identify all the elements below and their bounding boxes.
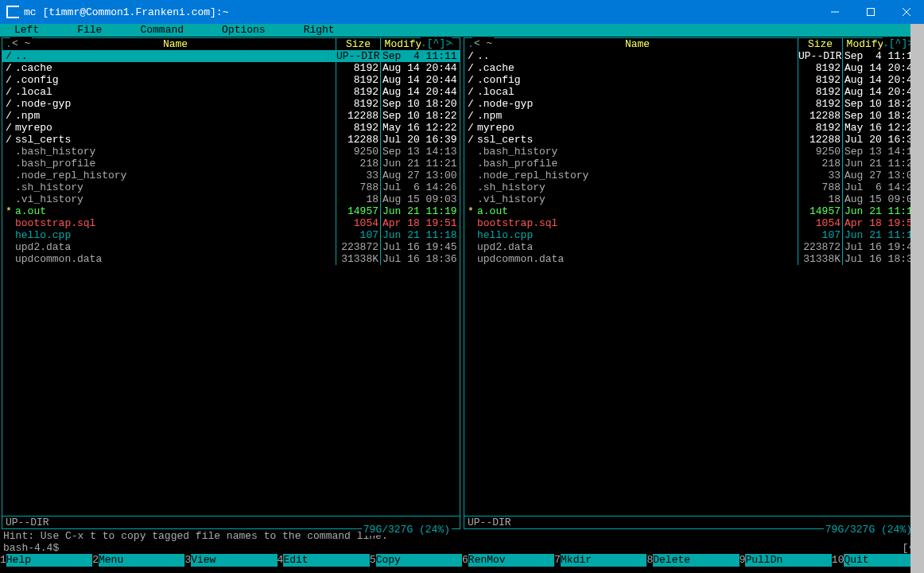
left-panel[interactable]: < ~ .[^]> .n Name Size Modify time /..UP… (2, 37, 460, 529)
left-file-list[interactable]: /..UP--DIRSep 4 11:11/.cache8192Aug 14 2… (2, 50, 460, 516)
file-modify: Jul 16 18:36 (380, 253, 456, 265)
file-marker (468, 229, 477, 241)
file-row[interactable]: /.config8192Aug 14 20:44 (464, 74, 922, 86)
scrollbar-thumb[interactable] (910, 24, 924, 573)
file-row[interactable]: /.cache8192Aug 14 20:44 (464, 62, 922, 74)
left-columns-header[interactable]: .n Name Size Modify time (2, 38, 460, 50)
menu-file[interactable]: File (74, 24, 105, 37)
close-button[interactable] (888, 0, 924, 24)
col-size[interactable]: Size (798, 38, 842, 50)
file-row[interactable]: *a.out14957Jun 21 11:19 (464, 205, 922, 217)
file-row[interactable]: *a.out14957Jun 21 11:19 (2, 205, 460, 217)
window-titlebar: mc [timmr@Common1.Frankeni.com]:~ (0, 0, 924, 24)
window-scrollbar[interactable] (910, 24, 924, 573)
file-modify: Aug 14 20:44 (380, 74, 456, 86)
file-row[interactable]: /myrepo8192May 16 12:22 (2, 122, 460, 134)
file-modify: Jul 16 19:45 (380, 241, 456, 253)
fkey-label: PullDn (745, 554, 782, 567)
file-row[interactable]: /.config8192Aug 14 20:44 (2, 74, 460, 86)
file-name: .local (15, 86, 336, 98)
fkey-edit[interactable]: 4Edit (278, 554, 370, 567)
file-name: .bash_history (477, 146, 798, 158)
file-row[interactable]: /.node-gyp8192Sep 10 18:20 (2, 98, 460, 110)
file-row[interactable]: /.local8192Aug 14 20:44 (464, 86, 922, 98)
file-row[interactable]: /.cache8192Aug 14 20:44 (2, 62, 460, 74)
file-marker (6, 229, 15, 241)
file-size: 8192 (336, 98, 380, 110)
col-size[interactable]: Size (336, 38, 380, 50)
file-row[interactable]: /..UP--DIRSep 4 11:11 (2, 50, 460, 62)
file-row[interactable]: /.node-gyp8192Sep 10 18:20 (464, 98, 922, 110)
menu-options[interactable]: Options (219, 24, 269, 37)
file-modify: Jul 16 18:36 (842, 253, 918, 265)
file-row[interactable]: /.npm12288Sep 10 18:22 (2, 110, 460, 122)
app-icon (6, 6, 19, 18)
file-row[interactable]: updcommon.data31338KJul 16 18:36 (2, 253, 460, 265)
fkey-menu[interactable]: 2Menu (92, 554, 184, 567)
file-size: 8192 (336, 62, 380, 74)
col-name[interactable]: Name (477, 38, 798, 50)
file-marker (468, 193, 477, 205)
right-disk-status: 79G/327G (24%) (824, 524, 914, 536)
right-panel[interactable]: < ~ .[^]> .n Name Size Modify time /..UP… (464, 37, 922, 529)
minimize-button[interactable] (817, 0, 852, 24)
file-modify: Apr 18 19:51 (842, 217, 918, 229)
file-row[interactable]: .vi_history18Aug 15 09:03 (2, 193, 460, 205)
file-row[interactable]: .bash_history9250Sep 13 14:13 (464, 146, 922, 158)
file-row[interactable]: .sh_history788Jul 6 14:26 (464, 181, 922, 193)
file-row[interactable]: .bash_profile218Jun 21 11:21 (464, 158, 922, 170)
file-row[interactable]: .node_repl_history33Aug 27 13:00 (2, 170, 460, 181)
file-row[interactable]: .vi_history18Aug 15 09:03 (464, 193, 922, 205)
fkey-help[interactable]: 1Help (0, 554, 92, 567)
file-row[interactable]: hello.cpp107Jun 21 11:18 (2, 229, 460, 241)
right-panel-path[interactable]: < ~ (472, 37, 494, 49)
file-row[interactable]: upd2.data223872Jul 16 19:45 (464, 241, 922, 253)
file-modify: Aug 14 20:44 (842, 62, 918, 74)
fkey-num: 1 (0, 554, 6, 567)
file-row[interactable]: .bash_history9250Sep 13 14:13 (2, 146, 460, 158)
file-size: 8192 (798, 122, 842, 134)
file-name: .bash_profile (477, 158, 798, 170)
menu-left[interactable]: Left (11, 24, 42, 37)
file-modify: Sep 10 18:20 (380, 98, 456, 110)
file-marker (468, 253, 477, 265)
file-row[interactable]: .sh_history788Jul 6 14:26 (2, 181, 460, 193)
menu-right[interactable]: Right (301, 24, 338, 37)
fkey-pulldn[interactable]: 9PullDn (740, 554, 832, 567)
fkey-view[interactable]: 3View (184, 554, 277, 567)
file-row[interactable]: /ssl_certs12288Jul 20 16:39 (464, 134, 922, 146)
file-row[interactable]: updcommon.data31338KJul 16 18:36 (464, 253, 922, 265)
file-row[interactable]: .node_repl_history33Aug 27 13:00 (464, 170, 922, 181)
fkey-mkdir[interactable]: 7Mkdir (554, 554, 646, 567)
file-row[interactable]: /ssl_certs12288Jul 20 16:39 (2, 134, 460, 146)
file-row[interactable]: hello.cpp107Jun 21 11:18 (464, 229, 922, 241)
file-row[interactable]: .bash_profile218Jun 21 11:21 (2, 158, 460, 170)
maximize-button[interactable] (852, 0, 888, 24)
file-size: 788 (798, 181, 842, 193)
right-file-list[interactable]: /..UP--DIRSep 4 11:11/.cache8192Aug 14 2… (464, 50, 922, 516)
file-row[interactable]: bootstrap.sql1054Apr 18 19:51 (464, 217, 922, 229)
file-row[interactable]: /.npm12288Sep 10 18:22 (464, 110, 922, 122)
file-size: 9250 (798, 146, 842, 158)
right-columns-header[interactable]: .n Name Size Modify time (464, 38, 922, 50)
file-marker (6, 170, 15, 181)
file-size: 8192 (798, 98, 842, 110)
mc-prompt[interactable]: bash-4.4$ [^] (0, 542, 924, 554)
fkey-copy[interactable]: 5Copy (370, 554, 462, 567)
menu-command[interactable]: Command (137, 24, 187, 37)
fkey-renmov[interactable]: 6RenMov (462, 554, 554, 567)
file-marker: / (468, 110, 477, 122)
left-panel-path[interactable]: < ~ (10, 37, 32, 49)
file-marker: / (6, 50, 15, 62)
file-row[interactable]: /.local8192Aug 14 20:44 (2, 86, 460, 98)
file-row[interactable]: /..UP--DIRSep 4 11:11 (464, 50, 922, 62)
file-name: .bash_profile (15, 158, 336, 170)
fkey-delete[interactable]: 8Delete (646, 554, 739, 567)
file-marker: / (468, 86, 477, 98)
col-name[interactable]: Name (15, 38, 336, 50)
file-modify: Jul 16 19:45 (842, 241, 918, 253)
file-row[interactable]: bootstrap.sql1054Apr 18 19:51 (2, 217, 460, 229)
file-marker (468, 170, 477, 181)
file-row[interactable]: upd2.data223872Jul 16 19:45 (2, 241, 460, 253)
file-row[interactable]: /myrepo8192May 16 12:22 (464, 122, 922, 134)
